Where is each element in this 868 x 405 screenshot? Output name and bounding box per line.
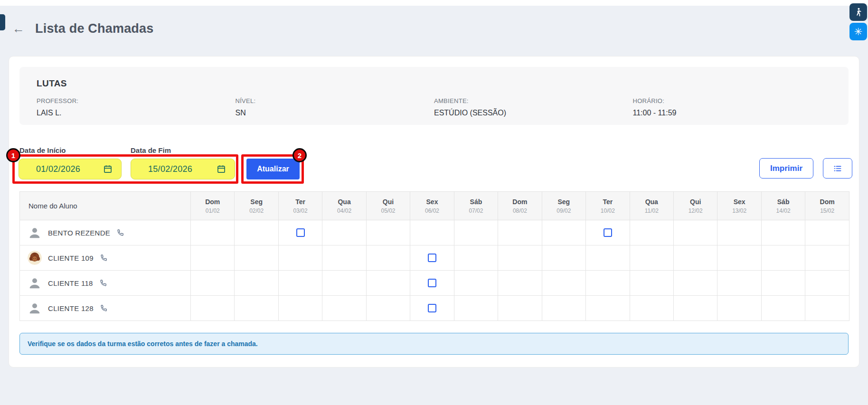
field-label: HORÁRIO: <box>633 97 832 104</box>
day-column-header: Dom01/02 <box>191 192 235 220</box>
field-value: LAIS L. <box>37 109 236 117</box>
class-name: LUTAS <box>37 78 831 89</box>
attendance-checkbox[interactable] <box>604 228 612 237</box>
attendance-cell <box>542 245 585 271</box>
accessibility-widget-button[interactable] <box>849 3 867 21</box>
student-avatar-placeholder-icon <box>28 276 42 290</box>
phone-button[interactable] <box>99 279 108 287</box>
attendance-cell <box>586 220 630 245</box>
student-name-header: Nome do Aluno <box>20 192 191 220</box>
attendance-cell <box>454 245 498 271</box>
chatgpt-extension-button[interactable]: ✳ <box>849 23 867 40</box>
attendance-cell <box>717 245 761 271</box>
day-of-week: Qui <box>367 198 410 206</box>
sidebar-collapsed-tab[interactable] <box>0 14 5 30</box>
attendance-cell <box>630 245 673 271</box>
attendance-cell <box>805 296 849 321</box>
class-info-field: HORÁRIO:11:00 - 11:59 <box>633 97 832 117</box>
day-of-week: Ter <box>279 198 322 206</box>
attendance-cell <box>542 296 585 321</box>
day-of-week: Dom <box>805 198 849 206</box>
field-value: SN <box>236 109 434 117</box>
attendance-checkbox[interactable] <box>428 279 436 287</box>
calendar-icon <box>103 164 113 174</box>
attendance-cell <box>322 296 366 321</box>
day-of-week: Qua <box>322 198 366 206</box>
attendance-cell <box>761 220 805 245</box>
day-column-header: Qui12/02 <box>673 192 717 220</box>
class-info-field: PROFESSOR:LAIS L. <box>37 97 236 117</box>
day-of-week: Seg <box>542 198 585 206</box>
student-name: CLIENTE 109 <box>48 254 94 262</box>
start-date-label: Data de Início <box>19 146 66 154</box>
student-name: CLIENTE 118 <box>48 279 93 287</box>
day-date: 02/02 <box>235 207 278 214</box>
phone-button[interactable] <box>100 304 108 312</box>
field-value: 11:00 - 11:59 <box>633 109 832 117</box>
day-date: 06/02 <box>410 207 453 214</box>
attendance-cell <box>235 220 278 245</box>
attendance-cell <box>191 296 235 321</box>
phone-button[interactable] <box>116 228 125 237</box>
student-name: CLIENTE 128 <box>48 304 94 312</box>
attendance-cell <box>235 245 278 271</box>
attendance-cell <box>322 271 366 296</box>
end-date-input[interactable]: 15/02/2026 <box>131 159 235 179</box>
attendance-cell <box>278 271 322 296</box>
attendance-cell <box>410 245 454 271</box>
attendance-cell <box>498 271 542 296</box>
day-of-week: Sáb <box>762 198 805 206</box>
day-of-week: Qui <box>674 198 717 206</box>
day-column-header: Ter03/02 <box>278 192 322 220</box>
attendance-cell <box>366 296 410 321</box>
student-name-cell: CLIENTE 128 <box>20 296 191 321</box>
print-button[interactable]: Imprimir <box>759 158 813 179</box>
day-column-header: Dom15/02 <box>805 192 849 220</box>
attendance-cell <box>761 271 805 296</box>
student-avatar-placeholder-icon <box>28 301 42 315</box>
field-value: ESTÚDIO (SESSÃO) <box>434 109 633 117</box>
attendance-cell <box>586 271 630 296</box>
day-column-header: Qui05/02 <box>366 192 410 220</box>
day-column-header: Ter10/02 <box>586 192 630 220</box>
attendance-cell <box>673 296 717 321</box>
day-date: 10/02 <box>586 207 629 214</box>
day-column-header: Sex06/02 <box>410 192 454 220</box>
attendance-cell <box>366 271 410 296</box>
attendance-checkbox[interactable] <box>296 228 305 237</box>
chatgpt-icon: ✳ <box>854 26 863 38</box>
back-arrow-icon[interactable]: ← <box>12 22 25 35</box>
attendance-cell <box>630 296 673 321</box>
day-of-week: Ter <box>586 198 629 206</box>
page-header: ← Lista de Chamadas <box>12 19 154 38</box>
attendance-cell <box>498 245 542 271</box>
table-body: BENTO REZENDECLIENTE 109CLIENTE 118CLIEN… <box>20 220 849 321</box>
student-name-cell: CLIENTE 118 <box>20 271 191 296</box>
student-name: BENTO REZENDE <box>48 229 110 237</box>
attendance-checkbox[interactable] <box>428 304 436 312</box>
day-date: 09/02 <box>542 207 585 214</box>
attendance-cell <box>366 245 410 271</box>
phone-icon <box>100 304 108 312</box>
student-name-cell: BENTO REZENDE <box>20 220 191 245</box>
phone-button[interactable] <box>100 254 108 262</box>
attendance-cell <box>586 296 630 321</box>
day-date: 15/02 <box>805 207 849 214</box>
attendance-cell <box>191 245 235 271</box>
day-date: 01/02 <box>191 207 234 214</box>
attendance-cell <box>278 245 322 271</box>
attendance-checkbox[interactable] <box>428 254 436 262</box>
update-button[interactable]: Atualizar <box>246 159 300 179</box>
attendance-cell <box>410 271 454 296</box>
list-icon <box>833 164 842 173</box>
day-of-week: Sex <box>410 198 453 206</box>
day-column-header: Qua11/02 <box>630 192 673 220</box>
list-view-button[interactable] <box>823 158 852 179</box>
student-row: CLIENTE 118 <box>20 271 849 296</box>
start-date-input[interactable]: 01/02/2026 <box>19 159 122 179</box>
attendance-cell <box>322 245 366 271</box>
attendance-cell <box>235 271 278 296</box>
class-info-panel: LUTAS PROFESSOR:LAIS L.NÍVEL:SNAMBIENTE:… <box>19 67 849 125</box>
class-info-field: NÍVEL:SN <box>236 97 434 117</box>
day-date: 11/02 <box>630 207 673 214</box>
